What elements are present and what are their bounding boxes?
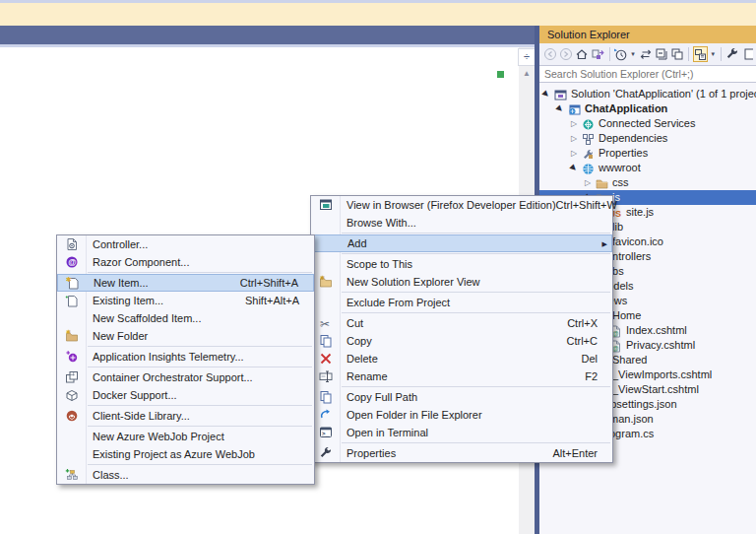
- menu-item-new-azure-webjob-project[interactable]: New Azure WebJob Project: [57, 428, 314, 445]
- menu-item-shortcut: Ctrl+Shift+W: [556, 199, 632, 211]
- tree-item-chatapplication[interactable]: ▶ChatApplication: [539, 101, 756, 116]
- collapse-all-icon[interactable]: [655, 46, 668, 62]
- app-insights-icon: [57, 348, 86, 366]
- tree-item-label: Home: [612, 308, 641, 323]
- menu-item-label: Class...: [86, 469, 314, 481]
- menu-item-properties[interactable]: PropertiesAlt+Enter: [311, 444, 612, 462]
- svg-text:✱: ✱: [66, 329, 71, 335]
- menu-item-application-insights-telemetry[interactable]: Application Insights Telemetry...: [57, 348, 314, 366]
- menu-item-label: Add: [341, 237, 611, 249]
- menu-item-exclude-from-project[interactable]: Exclude From Project: [311, 294, 612, 311]
- menu-item-browse-with[interactable]: Browse With...: [311, 214, 612, 232]
- split-handle-icon[interactable]: ÷: [518, 48, 536, 66]
- menu-item-label: Browse With...: [340, 217, 612, 229]
- switch-views-icon[interactable]: [591, 46, 604, 62]
- copy-icon: [311, 388, 340, 406]
- menu-item-label: Controller...: [86, 238, 314, 250]
- tree-item-label: wwwroot: [598, 161, 641, 175]
- menu-item-controller[interactable]: Controller...: [57, 235, 314, 253]
- dependencies-icon: [582, 133, 595, 146]
- existing-item-icon: [57, 292, 86, 309]
- menu-item-existing-project-as-azure-webjob[interactable]: Existing Project as Azure WebJob: [57, 445, 314, 463]
- tree-item-label: Shared: [612, 353, 647, 367]
- tree-item-css[interactable]: ▷css: [539, 175, 756, 190]
- menu-icon-blank: [311, 214, 340, 232]
- back-icon[interactable]: [543, 46, 557, 62]
- menu-item-label: Copy Full Path: [340, 391, 612, 403]
- tree-item-wwwroot[interactable]: ▶wwwroot: [539, 161, 756, 175]
- menu-item-class[interactable]: Class...: [57, 466, 314, 484]
- svg-text:@: @: [68, 257, 76, 267]
- menu-item-copy[interactable]: CopyCtrl+C: [311, 332, 612, 350]
- search-box[interactable]: [539, 65, 756, 83]
- menu-item-label: Scope to This: [340, 258, 612, 270]
- tree-item-connected-services[interactable]: ▷Connected Services: [539, 116, 756, 131]
- expand-arrow-icon[interactable]: ▷: [583, 175, 593, 190]
- menu-item-label: New Azure WebJob Project: [86, 431, 314, 442]
- preview-selected-items-icon[interactable]: [693, 46, 708, 62]
- tree-item-label: Privacy.cshtml: [626, 338, 695, 353]
- properties-wrench-icon[interactable]: [725, 46, 739, 62]
- menu-item-new-scaffolded-item[interactable]: New Scaffolded Item...: [57, 309, 314, 327]
- menu-item-copy-full-path[interactable]: Copy Full Path: [311, 388, 612, 406]
- terminal-icon: >_: [311, 424, 340, 441]
- menu-item-open-folder-in-file-explorer[interactable]: Open Folder in File Explorer: [311, 406, 612, 424]
- menu-item-shortcut: Ctrl+C: [567, 335, 612, 347]
- submenu-arrow-icon: ▶: [602, 240, 607, 248]
- sync-with-active-document-icon[interactable]: [639, 46, 653, 62]
- menu-item-new-item[interactable]: ✱New Item...Ctrl+Shift+A: [57, 274, 314, 292]
- pending-changes-filter-icon[interactable]: [613, 46, 627, 62]
- menu-item-view-in-browser-firefox-developer-edition[interactable]: View in Browser (Firefox Developer Editi…: [311, 196, 612, 214]
- expand-arrow-icon[interactable]: ▷: [569, 131, 579, 146]
- menu-icon-blank: [312, 235, 341, 251]
- home-icon[interactable]: [575, 46, 589, 62]
- folder-icon: [596, 177, 608, 190]
- menu-item-existing-item[interactable]: Existing Item...Shift+Alt+A: [57, 292, 314, 309]
- menu-icon-blank: [57, 445, 86, 463]
- controller-icon: [57, 235, 86, 253]
- menu-item-scope-to-this[interactable]: Scope to This: [311, 255, 612, 273]
- show-all-files-icon[interactable]: [670, 46, 684, 62]
- menu-item-new-folder[interactable]: ✱New Folder: [57, 327, 314, 345]
- new-folder-icon: ✱: [57, 327, 86, 345]
- menu-item-label: Client-Side Library...: [86, 410, 314, 422]
- menu-item-rename[interactable]: RenameF2: [311, 367, 612, 385]
- menu-item-label: View in Browser (Firefox Developer Editi…: [340, 199, 556, 211]
- tree-item-label: Dependencies: [598, 131, 667, 146]
- solution-explorer-titlebar[interactable]: Solution Explorer: [539, 26, 756, 43]
- chevron-down-icon[interactable]: ▾: [630, 46, 637, 62]
- menu-item-new-solution-explorer-view[interactable]: ✱New Solution Explorer View: [311, 273, 612, 291]
- rename-icon: [311, 367, 340, 385]
- menu-item-docker-support[interactable]: Docker Support...: [57, 386, 314, 404]
- collapse-arrow-icon[interactable]: ▶: [539, 86, 555, 103]
- menu-item-shortcut: F2: [585, 370, 612, 382]
- tree-item-label: Properties: [598, 146, 648, 161]
- chevron-down-icon[interactable]: ▾: [710, 46, 717, 62]
- expand-arrow-icon[interactable]: ▷: [569, 146, 579, 161]
- collapse-arrow-icon[interactable]: ▶: [565, 160, 583, 177]
- menu-item-container-orchestrator-support[interactable]: Container Orchestrator Support...: [57, 368, 314, 386]
- solution-icon: [554, 89, 567, 101]
- menu-item-delete[interactable]: DeleteDel: [311, 350, 612, 367]
- client-side-library-icon: [57, 407, 86, 425]
- clipped-edge-icon[interactable]: [741, 46, 755, 62]
- collapse-arrow-icon[interactable]: ▶: [551, 100, 569, 118]
- menu-item-client-side-library[interactable]: Client-Side Library...: [57, 407, 314, 425]
- menu-item-cut[interactable]: ✂CutCtrl+X: [311, 314, 612, 332]
- toolbar-separator: [688, 47, 689, 61]
- tree-item-dependencies[interactable]: ▷Dependencies: [539, 131, 756, 146]
- menu-item-label: Cut: [340, 317, 567, 329]
- menu-item-add[interactable]: Add▶: [311, 234, 612, 252]
- tree-item-label: _ViewImports.cshtml: [612, 367, 712, 382]
- expand-arrow-icon[interactable]: ▷: [569, 116, 579, 131]
- menu-item-razor-component[interactable]: @Razor Component...: [57, 253, 314, 271]
- menu-item-open-in-terminal[interactable]: >_Open in Terminal: [311, 424, 612, 441]
- forward-icon[interactable]: [559, 46, 573, 62]
- notification-band: [0, 3, 756, 26]
- tree-item-solution-chatapplication-1-of-1-project[interactable]: ▶Solution 'ChatApplication' (1 of 1 proj…: [539, 87, 756, 101]
- menu-item-label: New Folder: [86, 330, 314, 342]
- tree-item-properties[interactable]: ▷Properties: [539, 146, 756, 161]
- search-input[interactable]: [539, 66, 756, 82]
- menu-item-label: Delete: [340, 353, 581, 365]
- scroll-up-icon[interactable]: ▲: [521, 69, 533, 78]
